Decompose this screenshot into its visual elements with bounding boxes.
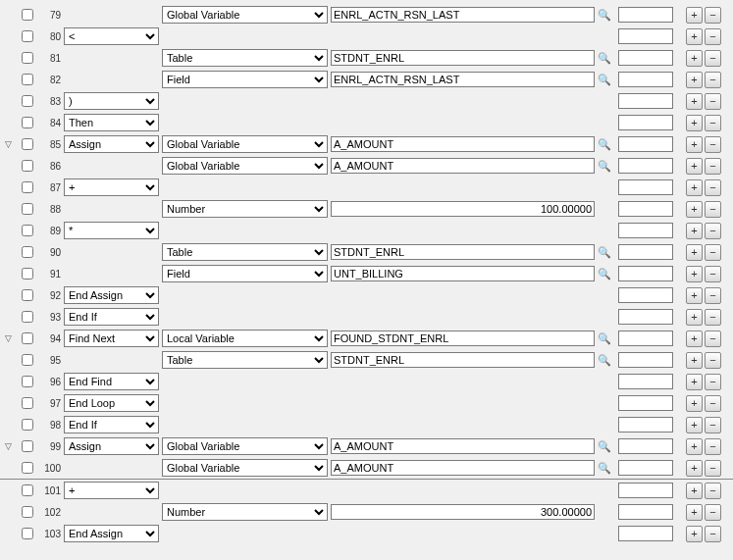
search-icon[interactable]: 🔍 [598, 332, 611, 344]
type-select[interactable]: Table [162, 243, 328, 261]
add-row-button[interactable]: + [686, 352, 703, 369]
add-row-button[interactable]: + [686, 115, 703, 131]
delete-row-button[interactable]: − [705, 287, 721, 304]
extra-input[interactable] [618, 309, 673, 325]
value-input[interactable] [331, 158, 595, 174]
lookup-cell[interactable]: 🔍 [598, 160, 611, 173]
extra-input[interactable] [618, 115, 673, 130]
row-checkbox[interactable] [22, 506, 33, 518]
extra-input[interactable] [618, 374, 673, 389]
add-row-button[interactable]: + [686, 72, 703, 88]
keyword-select[interactable]: + [64, 482, 159, 499]
extra-input[interactable] [618, 50, 673, 66]
extra-input[interactable] [618, 158, 673, 174]
search-icon[interactable]: 🔍 [598, 74, 611, 85]
delete-row-button[interactable]: − [705, 115, 721, 131]
extra-input[interactable] [618, 7, 673, 23]
row-checkbox[interactable] [22, 528, 33, 539]
expand-icon[interactable]: ▽ [5, 334, 12, 343]
lookup-cell[interactable]: 🔍 [598, 52, 611, 65]
extra-input[interactable] [618, 352, 673, 368]
add-row-button[interactable]: + [686, 526, 703, 542]
value-input[interactable] [331, 331, 595, 346]
row-checkbox[interactable] [22, 484, 33, 496]
add-row-button[interactable]: + [686, 438, 703, 455]
search-icon[interactable]: 🔍 [598, 52, 611, 64]
keyword-select[interactable]: End Assign [64, 525, 159, 542]
delete-row-button[interactable]: − [705, 352, 721, 369]
search-icon[interactable]: 🔍 [598, 440, 611, 452]
add-row-button[interactable]: + [686, 504, 703, 521]
add-row-button[interactable]: + [686, 287, 703, 304]
add-row-button[interactable]: + [686, 331, 703, 347]
delete-row-button[interactable]: − [705, 266, 721, 282]
type-select[interactable]: Local Variable [162, 330, 328, 347]
keyword-select[interactable]: * [64, 222, 159, 239]
add-row-button[interactable]: + [686, 417, 703, 433]
lookup-cell[interactable]: 🔍 [598, 9, 611, 22]
row-checkbox[interactable] [22, 160, 33, 172]
keyword-select[interactable]: + [64, 178, 159, 196]
extra-input[interactable] [618, 266, 673, 281]
keyword-select[interactable]: Then [64, 114, 159, 131]
row-checkbox[interactable] [22, 246, 33, 258]
row-checkbox[interactable] [22, 138, 33, 150]
value-input[interactable] [331, 352, 595, 368]
row-checkbox[interactable] [22, 462, 33, 474]
type-select[interactable]: Global Variable [162, 135, 328, 153]
row-checkbox[interactable] [22, 74, 33, 85]
delete-row-button[interactable]: − [705, 309, 721, 326]
keyword-select[interactable]: End Loop [64, 394, 159, 412]
row-checkbox[interactable] [22, 117, 33, 128]
row-checkbox[interactable] [22, 203, 33, 215]
lookup-cell[interactable]: 🔍 [598, 246, 611, 259]
lookup-cell[interactable]: 🔍 [598, 74, 611, 86]
search-icon[interactable]: 🔍 [598, 9, 611, 21]
keyword-select[interactable]: Assign [64, 437, 159, 455]
row-checkbox[interactable] [22, 52, 33, 64]
add-row-button[interactable]: + [686, 309, 703, 326]
add-row-button[interactable]: + [686, 460, 703, 477]
row-checkbox[interactable] [22, 440, 33, 452]
lookup-cell[interactable]: 🔍 [598, 462, 611, 475]
extra-input[interactable] [618, 526, 673, 541]
delete-row-button[interactable]: − [705, 158, 721, 175]
type-select[interactable]: Global Variable [162, 437, 328, 455]
value-input[interactable] [331, 50, 595, 66]
extra-input[interactable] [618, 331, 673, 346]
extra-input[interactable] [618, 438, 673, 454]
add-row-button[interactable]: + [686, 50, 703, 67]
keyword-select[interactable]: < [64, 27, 159, 45]
add-row-button[interactable]: + [686, 136, 703, 153]
add-row-button[interactable]: + [686, 483, 703, 499]
add-row-button[interactable]: + [686, 244, 703, 261]
row-checkbox[interactable] [22, 311, 33, 323]
value-input[interactable] [331, 504, 595, 520]
row-checkbox[interactable] [22, 354, 33, 366]
extra-input[interactable] [618, 244, 673, 260]
row-checkbox[interactable] [22, 95, 33, 107]
keyword-select[interactable]: Assign [64, 135, 159, 153]
search-icon[interactable]: 🔍 [598, 268, 611, 280]
type-select[interactable]: Number [162, 503, 328, 521]
keyword-select[interactable]: End Assign [64, 286, 159, 304]
lookup-cell[interactable]: 🔍 [598, 268, 611, 280]
add-row-button[interactable]: + [686, 395, 703, 412]
search-icon[interactable]: 🔍 [598, 160, 611, 172]
delete-row-button[interactable]: − [705, 50, 721, 67]
row-checkbox[interactable] [22, 9, 33, 21]
add-row-button[interactable]: + [686, 179, 703, 196]
delete-row-button[interactable]: − [705, 504, 721, 521]
type-select[interactable]: Global Variable [162, 157, 328, 175]
delete-row-button[interactable]: − [705, 223, 721, 239]
delete-row-button[interactable]: − [705, 460, 721, 477]
type-select[interactable]: Table [162, 351, 328, 369]
row-checkbox[interactable] [22, 419, 33, 431]
delete-row-button[interactable]: − [705, 374, 721, 390]
delete-row-button[interactable]: − [705, 136, 721, 153]
delete-row-button[interactable]: − [705, 7, 721, 24]
extra-input[interactable] [618, 136, 673, 152]
add-row-button[interactable]: + [686, 158, 703, 175]
delete-row-button[interactable]: − [705, 331, 721, 347]
delete-row-button[interactable]: − [705, 201, 721, 218]
